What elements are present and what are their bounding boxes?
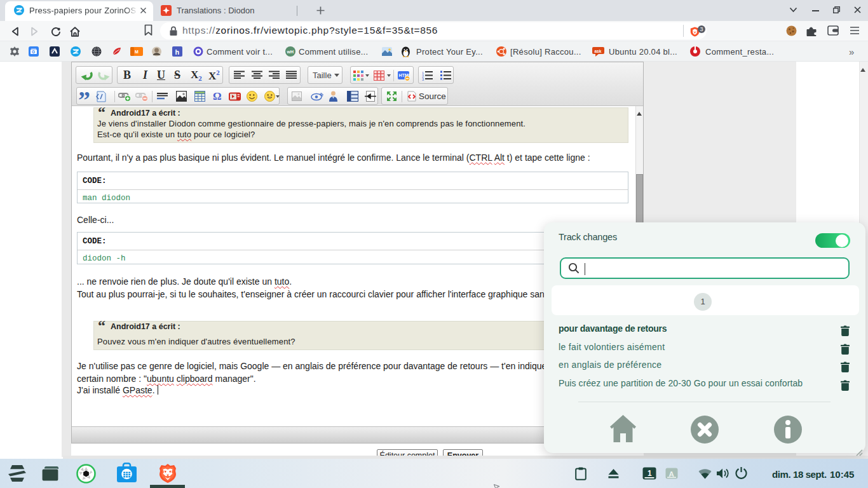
svg-text:3: 3 — [422, 78, 424, 81]
svg-text:h: h — [175, 48, 180, 56]
svg-text:wH: wH — [287, 50, 294, 54]
svg-text:1: 1 — [648, 469, 652, 478]
svg-text:ask: ask — [595, 49, 602, 53]
svg-text:M: M — [135, 50, 139, 54]
svg-text:G: G — [32, 50, 35, 54]
svg-text:A: A — [669, 470, 674, 478]
